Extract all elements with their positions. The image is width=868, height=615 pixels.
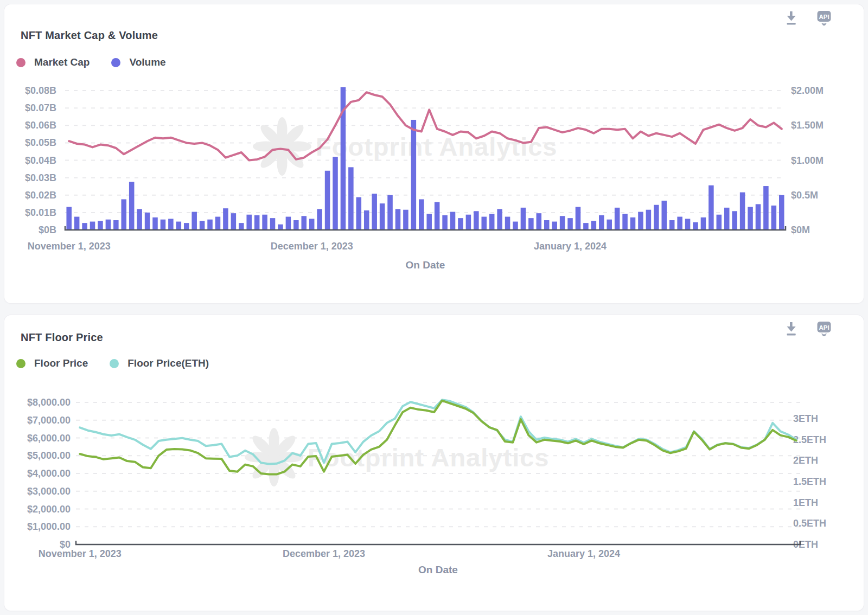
svg-text:$0.5M: $0.5M xyxy=(791,190,818,201)
download-icon xyxy=(783,321,799,337)
svg-text:$0.04B: $0.04B xyxy=(25,155,56,166)
svg-text:2ETH: 2ETH xyxy=(793,455,818,466)
legend-label-floor-price-eth: Floor Price(ETH) xyxy=(127,357,209,369)
svg-text:$7,000.00: $7,000.00 xyxy=(27,415,71,426)
api-icon: API xyxy=(816,321,832,338)
svg-text:$0.06B: $0.06B xyxy=(25,120,56,131)
legend-item-floor-price[interactable]: Floor Price xyxy=(16,357,88,369)
right-axis-labels: 0ETH0.5ETH1ETH1.5ETH2ETH2.5ETH3ETH xyxy=(793,413,826,550)
market-cap-volume-card: NFT Market Cap & Volume Market Cap Volum… xyxy=(4,4,864,303)
legend-label-floor-price: Floor Price xyxy=(34,357,88,369)
chart-canvas[interactable]: $0$1,000.00$2,000.00$3,000.00$4,000.00$5… xyxy=(4,380,864,586)
legend-item-floor-price-eth[interactable]: Floor Price(ETH) xyxy=(110,357,209,369)
svg-text:API: API xyxy=(819,324,829,331)
left-axis-labels: $0B$0.01B$0.02B$0.03B$0.04B$0.05B$0.06B$… xyxy=(25,85,56,235)
svg-text:Footprint Analytics: Footprint Analytics xyxy=(308,443,550,472)
left-axis-labels: $0$1,000.00$2,000.00$3,000.00$4,000.00$5… xyxy=(27,397,71,550)
api-button[interactable]: API xyxy=(816,321,832,338)
legend-item-volume[interactable]: Volume xyxy=(111,56,165,68)
svg-text:$5,000.00: $5,000.00 xyxy=(27,450,71,461)
floor-price-eth-legend-dot-icon xyxy=(110,359,119,368)
svg-text:$8,000.00: $8,000.00 xyxy=(27,397,71,408)
chart-canvas[interactable]: $0B$0.01B$0.02B$0.03B$0.04B$0.05B$0.06B$… xyxy=(4,75,864,281)
right-axis-labels: $0M$0.5M$1.00M$1.50M$2.00M xyxy=(791,85,824,235)
floor-price-legend-dot-icon xyxy=(16,359,25,368)
card-actions: API xyxy=(783,10,832,27)
svg-text:December 1, 2023: December 1, 2023 xyxy=(271,241,353,252)
svg-text:January 1, 2024: January 1, 2024 xyxy=(547,548,620,559)
svg-text:$0.07B: $0.07B xyxy=(25,102,56,113)
svg-text:$0.05B: $0.05B xyxy=(25,137,56,148)
svg-text:$1.00M: $1.00M xyxy=(791,155,824,166)
svg-text:3ETH: 3ETH xyxy=(793,413,818,424)
legend-label-volume: Volume xyxy=(129,56,165,68)
svg-text:December 1, 2023: December 1, 2023 xyxy=(283,548,365,559)
svg-text:1ETH: 1ETH xyxy=(793,497,818,508)
svg-text:$0.08B: $0.08B xyxy=(25,85,56,96)
svg-text:1.5ETH: 1.5ETH xyxy=(793,476,826,487)
download-button[interactable] xyxy=(783,321,800,338)
download-icon xyxy=(783,10,799,27)
svg-text:$0B: $0B xyxy=(39,225,56,235)
x-axis-title: On Date xyxy=(406,259,445,271)
svg-text:2.5ETH: 2.5ETH xyxy=(793,434,826,445)
card-actions: API xyxy=(783,321,832,338)
x-axis-labels: November 1, 2023December 1, 2023January … xyxy=(28,241,607,252)
svg-text:November 1, 2023: November 1, 2023 xyxy=(39,548,122,559)
svg-text:$0.01B: $0.01B xyxy=(25,207,56,218)
api-icon: API xyxy=(816,10,832,27)
card-title-market-cap-volume: NFT Market Cap & Volume xyxy=(21,29,158,42)
svg-text:January 1, 2024: January 1, 2024 xyxy=(534,241,607,252)
svg-text:Footprint Analytics: Footprint Analytics xyxy=(316,132,558,161)
svg-text:$6,000.00: $6,000.00 xyxy=(27,433,71,444)
x-axis-labels: November 1, 2023December 1, 2023January … xyxy=(39,548,620,559)
market-cap-volume-chart[interactable]: $0B$0.01B$0.02B$0.03B$0.04B$0.05B$0.06B$… xyxy=(4,75,864,281)
dashboard: NFT Market Cap & Volume Market Cap Volum… xyxy=(0,0,868,615)
volume-legend-dot-icon xyxy=(111,58,120,67)
floor-price-card: NFT Floor Price Floor Price Floor Price(… xyxy=(4,315,864,611)
svg-text:$2.00M: $2.00M xyxy=(791,85,824,96)
api-button[interactable]: API xyxy=(816,10,832,27)
legend-item-market-cap[interactable]: Market Cap xyxy=(16,56,90,68)
svg-text:$2,000.00: $2,000.00 xyxy=(27,504,71,515)
legend-label-market-cap: Market Cap xyxy=(34,56,90,68)
svg-text:$0M: $0M xyxy=(791,225,810,235)
card-title-floor-price: NFT Floor Price xyxy=(21,331,103,344)
svg-text:$0.02B: $0.02B xyxy=(25,190,56,201)
svg-text:$4,000.00: $4,000.00 xyxy=(27,468,71,479)
floor-price-chart[interactable]: $0$1,000.00$2,000.00$3,000.00$4,000.00$5… xyxy=(4,380,864,586)
svg-text:November 1, 2023: November 1, 2023 xyxy=(28,241,111,252)
legend-floor-price: Floor Price Floor Price(ETH) xyxy=(16,357,209,369)
svg-text:$3,000.00: $3,000.00 xyxy=(27,486,71,497)
svg-text:$0.03B: $0.03B xyxy=(25,172,56,183)
svg-text:0.5ETH: 0.5ETH xyxy=(793,518,826,529)
x-axis-title: On Date xyxy=(418,564,458,575)
legend-market-cap-volume: Market Cap Volume xyxy=(16,56,166,68)
svg-text:$1,000.00: $1,000.00 xyxy=(27,521,71,532)
x-axis-line xyxy=(76,541,800,544)
svg-text:API: API xyxy=(819,14,829,20)
svg-text:$1.50M: $1.50M xyxy=(791,120,824,131)
market-cap-legend-dot-icon xyxy=(16,58,25,67)
download-button[interactable] xyxy=(783,10,800,27)
